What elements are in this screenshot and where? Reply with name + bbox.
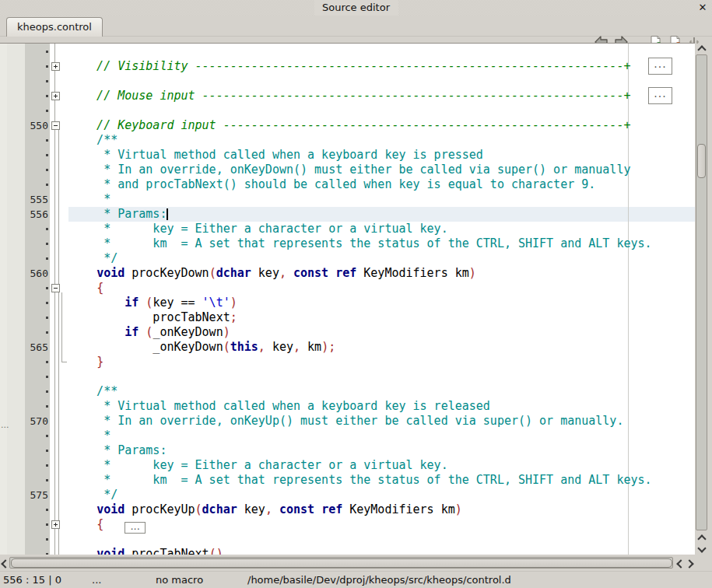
code-text[interactable]: * key = Either a character or a virtual …	[68, 458, 448, 473]
code-text[interactable]: * In an override, onKeyDown() must eithe…	[68, 163, 630, 177]
code-line[interactable]: * key = Either a character or a virtual …	[0, 222, 695, 236]
code-line[interactable]	[0, 74, 695, 89]
caret-position: 556 : 15 | 0	[3, 572, 61, 588]
scroll-up-icon[interactable]	[697, 45, 706, 54]
code-line[interactable]	[0, 532, 695, 547]
fold-toggle-icon[interactable]	[51, 92, 60, 100]
code-text[interactable]: _onKeyDown(this, key, km);	[68, 340, 335, 355]
code-text[interactable]: * Params:	[68, 443, 167, 458]
code-line[interactable]: if (_onKeyDown)	[0, 325, 695, 340]
scroll-left-icon-right[interactable]	[676, 559, 685, 568]
code-text[interactable]: void procKeyUp(dchar key, const ref KeyM…	[68, 502, 462, 517]
code-line[interactable]: 575 */	[0, 488, 695, 502]
code-line[interactable]: {	[0, 281, 695, 296]
code-text[interactable]: }	[68, 355, 103, 369]
code-line[interactable]: * Virtual method called when a keyboard …	[0, 399, 695, 414]
code-text[interactable]: * km = A set that represents the status …	[68, 473, 652, 488]
code-text[interactable]: * Virtual method called when a keyboard …	[68, 148, 483, 163]
vertical-scrollbar-thumb[interactable]	[697, 144, 706, 178]
code-line[interactable]: void procTabNext()	[0, 547, 695, 555]
code-line[interactable]: void procKeyUp(dchar key, const ref KeyM…	[0, 502, 695, 517]
code-line[interactable]: 565 _onKeyDown(this, key, km);	[0, 340, 695, 355]
code-text[interactable]: *	[68, 192, 110, 207]
code-text[interactable]: // Keyboard input ----------------------…	[68, 118, 630, 133]
code-line[interactable]: */	[0, 251, 695, 266]
code-line[interactable]: *	[0, 429, 695, 443]
code-text[interactable]: if (key == '\t')	[68, 296, 237, 310]
code-line[interactable]: * km = A set that represents the status …	[0, 236, 695, 251]
code-line[interactable]: /**	[0, 133, 695, 148]
code-text[interactable]: * Params:	[68, 207, 167, 222]
code-line[interactable]: 570 * In an override, onKeyUp() must eit…	[0, 414, 695, 429]
collapsed-fold-box[interactable]: ...	[125, 522, 146, 534]
code-line[interactable]: 560 void procKeyDown(dchar key, const re…	[0, 266, 695, 281]
code-text[interactable]: *	[68, 429, 110, 443]
code-line[interactable]: * and procTabNext() should be called whe…	[0, 177, 695, 192]
collapsed-fold-box[interactable]: ...	[648, 87, 672, 104]
collapsed-fold-box[interactable]: ...	[648, 58, 672, 75]
scroll-right-icon[interactable]	[685, 559, 693, 568]
code-text[interactable]: void procTabNext()	[68, 547, 223, 555]
code-line[interactable]: * Params:	[0, 443, 695, 458]
code-text[interactable]: {...	[68, 517, 146, 532]
code-line[interactable]: // Mouse input -------------------------…	[0, 89, 695, 103]
code-text[interactable]: */	[68, 251, 117, 266]
code-text[interactable]: * km = A set that represents the status …	[68, 236, 652, 251]
code-token: (	[223, 340, 230, 354]
code-line[interactable]	[0, 103, 695, 118]
window-titlebar[interactable]: Source editor ✕	[0, 0, 712, 16]
code-text[interactable]: /**	[68, 384, 117, 399]
fold-toggle-icon[interactable]	[51, 520, 60, 529]
code-token: ,	[258, 340, 265, 354]
code-line[interactable]: 550 // Keyboard input ------------------…	[0, 118, 695, 133]
code-text[interactable]: // Mouse input -------------------------…	[68, 89, 630, 103]
horizontal-scrollbar-thumb[interactable]	[11, 558, 672, 568]
code-line[interactable]: 555 *	[0, 192, 695, 207]
code-token	[68, 325, 125, 339]
code-line[interactable]	[0, 369, 695, 384]
vertical-scrollbar[interactable]	[695, 44, 709, 555]
code-text[interactable]: * In an override, onKeyUp() must either …	[68, 414, 623, 429]
fold-toggle-icon[interactable]	[51, 62, 60, 71]
vertical-scrollbar-track[interactable]	[696, 54, 707, 530]
code-token	[68, 355, 96, 369]
code-text[interactable]: * Virtual method called when a keyboard …	[68, 399, 490, 414]
code-text[interactable]: procTabNext;	[68, 310, 237, 325]
code-line[interactable]: // Visibility --------------------------…	[0, 59, 695, 74]
code-token: */	[68, 251, 117, 265]
code-line[interactable]: * key = Either a character or a virtual …	[0, 458, 695, 473]
code-line[interactable]: 556 * Params:	[0, 207, 695, 222]
code-text[interactable]: * key = Either a character or a virtual …	[68, 222, 448, 236]
code-text[interactable]: // Visibility --------------------------…	[68, 59, 630, 74]
code-text[interactable]: {	[68, 281, 103, 296]
scroll-down-icon[interactable]	[697, 544, 706, 552]
code-line[interactable]: procTabNext;	[0, 310, 695, 325]
tab-kheops-control[interactable]: kheops.control	[6, 17, 103, 37]
code-line[interactable]: {...	[0, 517, 695, 532]
code-text[interactable]: if (_onKeyDown)	[68, 325, 230, 340]
code-line[interactable]: /**	[0, 384, 695, 399]
code-token: _onKeyDown	[68, 340, 223, 354]
code-text[interactable]: void procKeyDown(dchar key, const ref Ke…	[68, 266, 476, 281]
code-line[interactable]: * Virtual method called when a keyboard …	[0, 148, 695, 163]
file-path: /home/basile/Dev/dproj/kheops/src/kheops…	[247, 572, 511, 588]
code-line[interactable]: * In an override, onKeyDown() must eithe…	[0, 163, 695, 177]
close-icon[interactable]: ✕	[696, 1, 709, 15]
code-line[interactable]: * km = A set that represents the status …	[0, 473, 695, 488]
code-text[interactable]: /**	[68, 133, 117, 148]
scroll-up-icon-bottom[interactable]	[697, 534, 706, 543]
code-token: * key = Either a character or a virtual …	[68, 458, 448, 472]
code-token: );	[321, 340, 335, 354]
code-editor[interactable]: ... // Visibility ----------------------…	[0, 43, 695, 555]
horizontal-scrollbar[interactable]	[0, 556, 709, 570]
code-text[interactable]: */	[68, 488, 117, 502]
line-marker-dot	[46, 317, 48, 319]
code-line[interactable]	[0, 44, 695, 59]
code-line[interactable]: if (key == '\t')	[0, 296, 695, 310]
code-line[interactable]: }	[0, 355, 695, 369]
scroll-left-icon[interactable]	[1, 559, 9, 568]
code-token: const	[293, 266, 328, 280]
fold-toggle-icon[interactable]	[51, 121, 60, 130]
fold-toggle-icon[interactable]	[51, 284, 60, 292]
code-text[interactable]: * and procTabNext() should be called whe…	[68, 177, 595, 192]
